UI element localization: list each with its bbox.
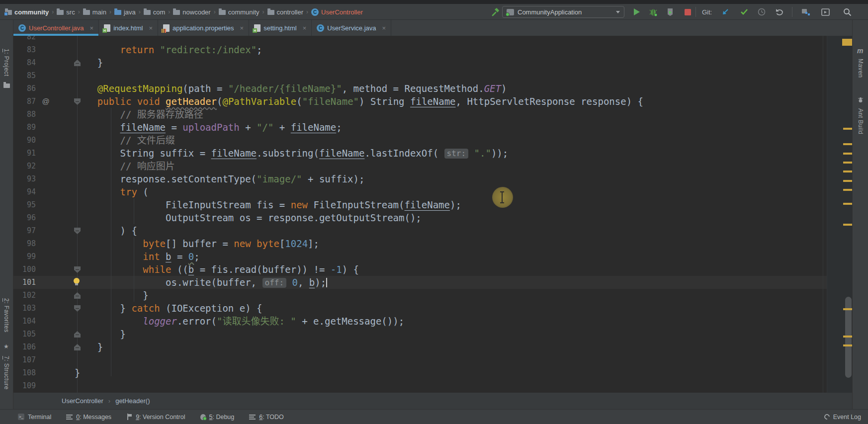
history-clock-icon[interactable]: [756, 6, 768, 18]
warning-stripe-mark[interactable]: [843, 308, 852, 310]
statusbar-item-terminal[interactable]: >_Terminal: [18, 414, 51, 421]
line-number[interactable]: 100: [13, 263, 36, 276]
line-number[interactable]: 107: [13, 353, 36, 366]
sidebar-item-antbuild[interactable]: Ant Build: [857, 108, 864, 135]
code-line[interactable]: 86 @RequestMapping(path = "/header/{file…: [13, 82, 852, 95]
tab-application.properties[interactable]: application.properties×: [158, 20, 249, 36]
code-line[interactable]: 107: [13, 353, 852, 366]
code-line[interactable]: 87@ public void getHeader(@PathVariable(…: [13, 95, 852, 108]
line-number[interactable]: 109: [13, 379, 36, 392]
editor-scrollbar-stripe[interactable]: [827, 36, 852, 393]
line-number[interactable]: 84: [13, 56, 36, 69]
tab-UserService.java[interactable]: CUserService.java×: [312, 20, 391, 36]
code-line[interactable]: 85: [13, 69, 852, 82]
code-line[interactable]: 106 }: [13, 340, 852, 353]
line-number[interactable]: 99: [13, 250, 36, 263]
annotation-gutter-icon[interactable]: @: [41, 95, 51, 108]
event-log-button[interactable]: Event Log: [824, 414, 861, 421]
line-number[interactable]: 105: [13, 328, 36, 340]
warning-stripe-mark[interactable]: [843, 128, 852, 130]
tab-index.html[interactable]: index.html×: [99, 20, 158, 36]
tab-setting.html[interactable]: setting.html×: [249, 20, 312, 36]
line-number[interactable]: 93: [13, 172, 36, 185]
line-number[interactable]: 98: [13, 237, 36, 250]
code-line[interactable]: 102 }: [13, 289, 852, 302]
sidebar-item-project[interactable]: 1: Project: [3, 49, 10, 77]
breadcrumb-class[interactable]: UserController: [62, 397, 103, 405]
line-number[interactable]: 91: [13, 147, 36, 160]
line-number[interactable]: 85: [13, 69, 36, 82]
statusbar-item-versioncontrol[interactable]: 9: Version Control: [126, 414, 185, 421]
code-line[interactable]: 91 String suffix = fileName.substring(fi…: [13, 147, 852, 160]
line-number[interactable]: 106: [13, 340, 36, 353]
close-icon[interactable]: ×: [303, 24, 307, 32]
code-line[interactable]: 82: [13, 36, 852, 43]
warning-stripe-mark[interactable]: [843, 344, 852, 346]
line-number[interactable]: 97: [13, 224, 36, 237]
line-number[interactable]: 94: [13, 185, 36, 198]
code-line[interactable]: 98 byte[] buffer = new byte[1024];: [13, 237, 852, 250]
line-number[interactable]: 103: [13, 302, 36, 315]
code-line[interactable]: 83 return "redirect:/index";: [13, 43, 852, 56]
code-line[interactable]: 104 logger.error("读取头像失败: " + e.getMessa…: [13, 315, 852, 328]
warning-stripe-mark[interactable]: [843, 170, 852, 172]
code-editor[interactable]: 8283 return "redirect:/index";84 }8586 @…: [13, 36, 852, 393]
close-icon[interactable]: ×: [382, 24, 386, 32]
warning-stripe-mark[interactable]: [843, 153, 852, 155]
code-line[interactable]: 94 try (: [13, 185, 852, 198]
code-line[interactable]: 108}: [13, 366, 852, 379]
project-structure-icon[interactable]: [799, 6, 811, 18]
code-line[interactable]: 96 OutputStream os = response.getOutputS…: [13, 211, 852, 224]
code-line[interactable]: 103 } catch (IOException e) {: [13, 302, 852, 315]
code-line[interactable]: 95 FileInputStream fis = new FileInputSt…: [13, 198, 852, 211]
code-line[interactable]: 88 // 服务器存放路径: [13, 108, 852, 121]
line-number[interactable]: 87: [13, 95, 36, 108]
git-update-project-icon[interactable]: [719, 6, 731, 18]
line-number[interactable]: 96: [13, 211, 36, 224]
run-configuration-select[interactable]: CommunityApplication: [502, 6, 624, 18]
build-hammer-icon[interactable]: [489, 6, 501, 18]
code-line[interactable]: 84 }: [13, 56, 852, 69]
line-number[interactable]: 102: [13, 289, 36, 302]
code-line[interactable]: 109: [13, 379, 852, 392]
debug-button[interactable]: [647, 6, 659, 18]
line-number[interactable]: 104: [13, 315, 36, 328]
line-number[interactable]: 101: [13, 276, 36, 289]
code-line[interactable]: 100 while ((b = fis.read(buffer)) != -1)…: [13, 263, 852, 276]
code-line[interactable]: 93 response.setContentType("image/" + su…: [13, 172, 852, 185]
close-icon[interactable]: ×: [90, 24, 94, 32]
statusbar-item-debug[interactable]: 5: Debug: [200, 414, 235, 421]
line-number[interactable]: 82: [13, 36, 36, 43]
stop-button[interactable]: [682, 6, 694, 18]
run-button[interactable]: [630, 6, 642, 18]
line-number[interactable]: 92: [13, 160, 36, 172]
line-number[interactable]: 90: [13, 134, 36, 147]
sidebar-item-maven[interactable]: Maven: [857, 59, 864, 78]
line-number[interactable]: 108: [13, 366, 36, 379]
code-line[interactable]: 90 // 文件后缀: [13, 134, 852, 147]
git-commit-icon[interactable]: [738, 6, 750, 18]
warning-stripe-mark[interactable]: [843, 336, 852, 338]
line-number[interactable]: 86: [13, 82, 36, 95]
close-icon[interactable]: ×: [149, 24, 153, 32]
code-line[interactable]: 101 os.write(buffer, off: 0, b);: [13, 276, 852, 289]
inspection-status-square[interactable]: [842, 39, 852, 46]
warning-stripe-mark[interactable]: [843, 162, 852, 164]
code-line[interactable]: 92 // 响应图片: [13, 160, 852, 172]
statusbar-item-messages[interactable]: 0: Messages: [66, 414, 111, 421]
rollback-icon[interactable]: [773, 6, 785, 18]
warning-stripe-mark[interactable]: [843, 143, 852, 145]
line-number[interactable]: 83: [13, 43, 36, 56]
line-number[interactable]: 88: [13, 108, 36, 121]
run-anything-window-icon[interactable]: [819, 6, 831, 18]
line-number[interactable]: 89: [13, 121, 36, 134]
warning-stripe-mark[interactable]: [843, 180, 852, 182]
code-line[interactable]: 99 int b = 0;: [13, 250, 852, 263]
close-icon[interactable]: ×: [240, 24, 244, 32]
warning-stripe-mark[interactable]: [843, 224, 852, 226]
tab-UserController.java[interactable]: CUserController.java×: [13, 20, 99, 36]
line-number[interactable]: 95: [13, 198, 36, 211]
sidebar-item-structure[interactable]: 7: Structure: [3, 356, 10, 390]
search-everywhere-icon[interactable]: [841, 6, 853, 18]
warning-stripe-mark[interactable]: [843, 189, 852, 191]
